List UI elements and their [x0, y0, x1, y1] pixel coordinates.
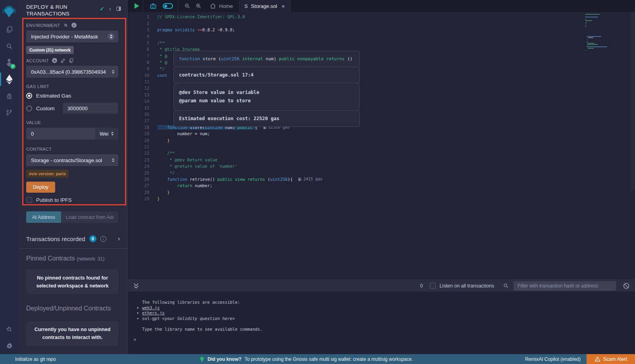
custom-gas-label: Custom: [36, 105, 55, 111]
publish-ipfs-label: Publish to IPFS: [36, 197, 72, 203]
tooltip-doc: @dev Store value in variable@param num v…: [173, 83, 360, 111]
publish-ipfs-row[interactable]: Publish to IPFS: [26, 197, 118, 203]
at-address-input[interactable]: [61, 211, 118, 223]
deploy-button[interactable]: Deploy: [26, 182, 55, 193]
terminal-filter-input[interactable]: [514, 281, 616, 291]
sign-message-icon[interactable]: [60, 58, 65, 63]
environment-select[interactable]: Injected Provider - MetaMask: [26, 31, 118, 42]
compile-ok-badge: ✓: [10, 64, 15, 69]
warning-icon: [595, 356, 600, 362]
terminal-line: •sol-gpt <your Solidity question here>: [128, 316, 635, 322]
clear-console-icon[interactable]: [623, 283, 629, 289]
evm-version-badge: evm version: paris: [26, 170, 69, 178]
publish-ipfs-checkbox[interactable]: [26, 197, 32, 203]
terminal-link[interactable]: web3.js: [142, 305, 160, 310]
terminal-prompt: >: [134, 337, 136, 342]
git-icon[interactable]: [0, 104, 18, 121]
terminal-tx-count: 0: [420, 283, 423, 289]
transactions-recorded-label: Transactions recorded: [26, 236, 85, 242]
tooltip-signature: function store (uint256 internal num) pu…: [173, 51, 360, 67]
transactions-expand-icon[interactable]: ›: [118, 235, 120, 242]
code-line[interactable]: 26 function retrieve() public view retur…: [128, 176, 635, 182]
deployed-empty-message: Currently you have no unpinnedcontracts …: [26, 321, 119, 346]
tab-home[interactable]: Home: [204, 0, 239, 12]
collapse-terminal-icon[interactable]: [133, 283, 139, 289]
code-line[interactable]: 25 */: [128, 169, 635, 176]
status-bar: Initialize as git repo Did you know? To …: [0, 354, 635, 364]
terminal-link[interactable]: ethers.js: [142, 310, 165, 315]
network-badge: Custom (31) network: [26, 46, 74, 54]
code-line[interactable]: 20 }: [128, 137, 635, 143]
minimap[interactable]: [585, 14, 629, 52]
pin-panel-icon[interactable]: [116, 6, 121, 11]
zoom-in-icon[interactable]: [193, 3, 204, 9]
terminal[interactable]: The following libraries are accessible:•…: [128, 291, 635, 354]
code-line[interactable]: 23 * @dev Return value: [128, 157, 635, 163]
ai-assistant-icon[interactable]: [147, 3, 160, 10]
copy-account-icon[interactable]: [69, 58, 74, 63]
terminal-line: •ethers.js: [128, 310, 635, 316]
code-line[interactable]: 5/**: [128, 40, 635, 46]
debugger-icon[interactable]: [0, 88, 18, 104]
code-line[interactable]: 19 number = num;: [128, 130, 635, 137]
zoom-out-icon[interactable]: [182, 3, 193, 9]
pinned-contracts-section: Pinned Contracts (network: 31) No pinned…: [18, 249, 127, 295]
panel-title-line2: TRANSACTIONS: [26, 11, 69, 17]
terminal-output: The following libraries are accessible:•…: [128, 291, 635, 332]
code-line[interactable]: 27 return number;: [128, 182, 635, 189]
code-line[interactable]: 28 }: [128, 189, 635, 195]
plugin-manager-icon[interactable]: [0, 321, 18, 337]
radio-selected-icon[interactable]: [26, 93, 32, 99]
code-line[interactable]: 29}: [128, 195, 635, 202]
custom-gas-radio[interactable]: Custom: [26, 103, 118, 114]
settings-icon[interactable]: [0, 337, 18, 354]
copilot-status[interactable]: RemixAI Copilot (enabled): [525, 356, 587, 362]
contract-select[interactable]: Storage - contracts/Storage.sol: [26, 154, 118, 166]
estimated-gas-radio[interactable]: Estimated Gas: [26, 93, 118, 99]
run-script-icon[interactable]: [135, 3, 139, 9]
custom-gas-input[interactable]: [63, 103, 118, 114]
value-unit-select[interactable]: Wei: [95, 128, 118, 140]
listen-all-checkbox[interactable]: [430, 283, 436, 289]
at-address-button[interactable]: At Address: [26, 211, 61, 223]
deploy-run-icon[interactable]: [0, 71, 18, 88]
code-line[interactable]: 4: [128, 33, 635, 39]
pinned-contracts-title: Pinned Contracts: [26, 255, 75, 262]
home-icon: [210, 3, 216, 9]
panel-forward-icon[interactable]: ›: [109, 5, 111, 12]
tooltip-location: contracts/Storage.sol 17:4: [173, 67, 360, 83]
copilot-toggle[interactable]: [163, 3, 173, 9]
code-line[interactable]: 2: [128, 20, 635, 26]
search-icon[interactable]: [0, 38, 18, 54]
environment-info-icon[interactable]: i: [71, 23, 77, 28]
close-tab-icon[interactable]: ×: [281, 3, 285, 10]
radio-unselected-icon[interactable]: [26, 105, 32, 111]
tab-storage-sol[interactable]: S Storage.sol ×: [239, 0, 291, 12]
git-init-button[interactable]: Initialize as git repo: [0, 356, 56, 362]
main-area: Home S Storage.sol × 1// SPDX-License-Id…: [128, 0, 635, 354]
code-line[interactable]: 22 /**: [128, 150, 635, 156]
tooltip-gas: Estimated execution cost: 22520 gas: [173, 110, 360, 127]
code-line[interactable]: 1// SPDX-License-Identifier: GPL-3.0: [128, 13, 635, 20]
panel-title-line1: DEPLOY & RUN: [26, 4, 67, 10]
code-line[interactable]: 21: [128, 144, 635, 150]
account-select[interactable]: 0xA03...85ac4 (0.398673504934: [26, 66, 118, 78]
file-explorer-icon[interactable]: [0, 21, 18, 38]
code-line[interactable]: 3pragma solidity >=0.8.2 <0.9.0;: [128, 27, 635, 33]
transactions-count-badge: 0: [89, 235, 96, 242]
code-line[interactable]: 24 * @return value of 'number': [128, 163, 635, 169]
panel-header: DEPLOY & RUN TRANSACTIONS ✓ ›: [18, 0, 127, 19]
value-input[interactable]: [26, 128, 95, 140]
pinned-network-subtitle: (network: 31): [77, 256, 104, 262]
terminal-line: •web3.js: [128, 305, 635, 311]
gas-limit-label: GAS LIMIT: [26, 84, 118, 89]
code-editor[interactable]: 1// SPDX-License-Identifier: GPL-3.023pr…: [128, 12, 635, 280]
editor-scrollbar[interactable]: [630, 12, 635, 190]
solidity-compiler-icon[interactable]: ✓: [0, 54, 18, 71]
terminal-search-icon[interactable]: [503, 283, 509, 289]
transactions-info-icon[interactable]: i: [100, 236, 106, 242]
terminal-line: [128, 321, 635, 327]
deploy-run-panel: DEPLOY & RUN TRANSACTIONS ✓ › ENVIRONMEN…: [18, 0, 127, 354]
scam-alert-button[interactable]: Scam Alert: [587, 354, 635, 364]
create-account-icon[interactable]: +: [52, 58, 57, 63]
